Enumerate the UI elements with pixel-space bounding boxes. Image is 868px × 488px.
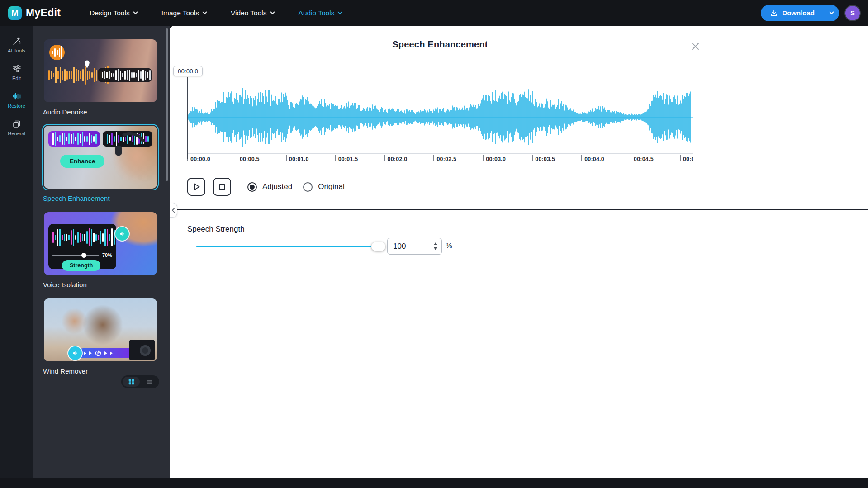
wind-remover-thumbnail: [44, 298, 157, 361]
camera-lens-graphic: [140, 345, 151, 356]
pin-marker-icon: [84, 59, 90, 71]
grid-view-icon: [128, 379, 135, 385]
tool-card-speech-enhancement[interactable]: Enhance Speech Enhancement: [42, 124, 159, 202]
chevron-down-icon: [133, 11, 138, 14]
download-label: Download: [782, 9, 815, 17]
top-navigation-bar: M MyEdit Design Tools Image Tools Video …: [0, 0, 868, 26]
radio-label: Adjusted: [262, 182, 292, 191]
ruler-tick: 00:00.5: [237, 155, 286, 164]
strength-input-box: [387, 238, 442, 255]
isolation-percent-label: 70%: [102, 252, 112, 258]
menu-label: Image Tools: [161, 9, 199, 17]
speaker-icon: [68, 346, 82, 360]
bottom-bar: [0, 478, 868, 488]
menu-label: Design Tools: [90, 9, 129, 17]
ruler-tick: 00:04.0: [581, 155, 631, 164]
ruler-tick: 00:03.0: [483, 155, 532, 164]
tool-card-voice-isolation[interactable]: 70% Strength Voice Isolation: [42, 210, 159, 289]
content-area: AI Tools Edit Restore General: [0, 26, 868, 478]
ruler-tick: 00:01.0: [286, 155, 335, 164]
ruler-tick: 00:02.5: [433, 155, 483, 164]
menu-design-tools[interactable]: Design Tools: [90, 9, 138, 17]
main-menu: Design Tools Image Tools Video Tools Aud…: [90, 9, 342, 17]
play-icon: [191, 181, 202, 192]
chevron-down-icon: [202, 11, 207, 14]
radio-button-icon: [247, 182, 257, 192]
wind-remover-overlay: [68, 346, 136, 360]
chevron-down-icon: [829, 11, 834, 14]
menu-audio-tools[interactable]: Audio Tools: [299, 9, 343, 17]
list-view-icon: [146, 379, 153, 385]
ruler-tick: 00:03.5: [532, 155, 581, 164]
tool-card-wind-remover[interactable]: Wind Remover: [42, 297, 159, 375]
myedit-logo-icon: M: [8, 6, 22, 20]
ruler-tick: 00:04.5: [631, 155, 680, 164]
layers-icon: [12, 119, 21, 128]
download-options-button[interactable]: [824, 5, 839, 21]
download-button[interactable]: Download: [761, 5, 824, 21]
myedit-app: M MyEdit Design Tools Image Tools Video …: [0, 0, 868, 488]
chevron-left-icon: [171, 208, 175, 213]
radio-original[interactable]: Original: [303, 182, 345, 192]
slider-thumb[interactable]: [371, 242, 385, 251]
radio-adjusted[interactable]: Adjusted: [247, 182, 292, 192]
tool-card-label: Voice Isolation: [42, 281, 159, 289]
user-avatar[interactable]: S: [845, 6, 860, 20]
brand-name: MyEdit: [26, 7, 61, 19]
rail-item-label: General: [8, 131, 25, 136]
panel-scrollbar[interactable]: [166, 28, 168, 181]
wind-crossed-icon: [95, 350, 102, 357]
enhance-badge: Enhance: [60, 155, 104, 168]
slider-track[interactable]: [196, 246, 385, 247]
tools-panel: Audio Denoise Enhance Speech Enhancement: [33, 26, 170, 478]
card-frame: [42, 297, 159, 363]
strength-badge: Strength: [62, 260, 100, 271]
speech-enhancement-workspace: Speech Enhancement 00:00.0 00:00.000:00.…: [170, 26, 868, 478]
ruler-tick: 00:0: [680, 155, 693, 164]
rail-item-ai-tools[interactable]: AI Tools: [0, 31, 33, 59]
close-button[interactable]: [690, 41, 701, 52]
collapse-panel-handle[interactable]: [170, 203, 177, 218]
download-split-button: Download: [761, 5, 839, 21]
stepper-buttons: [434, 242, 441, 250]
rail-item-label: Restore: [8, 103, 25, 109]
menu-video-tools[interactable]: Video Tools: [231, 9, 275, 17]
rail-item-label: AI Tools: [8, 48, 25, 53]
headphone-cup-graphic: [115, 146, 122, 156]
tool-card-audio-denoise[interactable]: Audio Denoise: [42, 38, 159, 116]
waveform-icon: [12, 92, 21, 101]
radio-label: Original: [318, 182, 345, 191]
percent-unit-label: %: [446, 242, 452, 250]
strength-section-label: Speech Strength: [187, 225, 245, 234]
magic-wand-icon: [12, 37, 21, 46]
play-button[interactable]: [187, 178, 205, 196]
card-frame: Enhance: [42, 124, 159, 190]
chevron-down-icon: [337, 11, 342, 14]
menu-image-tools[interactable]: Image Tools: [161, 9, 207, 17]
stepper-up-icon[interactable]: [434, 242, 437, 245]
rail-item-general[interactable]: General: [0, 114, 33, 142]
stop-button[interactable]: [213, 178, 231, 196]
waveform-display[interactable]: [187, 81, 693, 154]
denoise-badge-icon: [49, 45, 65, 60]
rail-item-label: Edit: [12, 76, 21, 81]
page-title: Speech Enhancement: [187, 39, 693, 50]
list-view-button[interactable]: [141, 377, 158, 387]
strength-value-input[interactable]: [388, 242, 427, 251]
denoised-waveform-chip: [98, 68, 152, 82]
myedit-logo[interactable]: M MyEdit: [8, 6, 61, 20]
speech-strength-slider[interactable]: [196, 242, 385, 251]
waveform-chip-purple: [48, 131, 100, 147]
grid-view-button[interactable]: [123, 377, 140, 387]
speech-enhancement-thumbnail: Enhance: [44, 126, 157, 189]
category-rail: AI Tools Edit Restore General: [0, 26, 33, 478]
audio-waveform-graphic: [188, 81, 693, 153]
time-ruler: 00:00.000:00.500:01.000:01.500:02.000:02…: [187, 155, 693, 164]
speaker-icon: [115, 227, 129, 241]
stepper-down-icon[interactable]: [434, 247, 437, 250]
ruler-tick: 00:00.0: [187, 155, 237, 164]
wind-removal-bar-graphic: [78, 348, 136, 358]
rail-item-edit[interactable]: Edit: [0, 59, 33, 86]
playhead-line[interactable]: [187, 77, 188, 159]
rail-item-restore[interactable]: Restore: [0, 86, 33, 114]
